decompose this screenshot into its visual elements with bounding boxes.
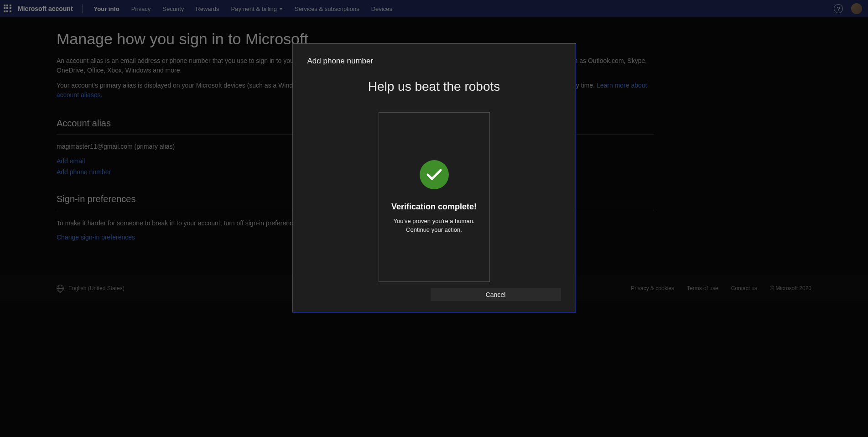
check-circle-icon xyxy=(420,160,449,189)
globe-icon xyxy=(57,285,64,292)
cancel-button[interactable]: Cancel xyxy=(431,288,561,301)
nav-services[interactable]: Services & subscriptions xyxy=(289,5,365,12)
brand-logo[interactable]: Microsoft account xyxy=(18,5,73,12)
verification-text: You've proven you're a human. Continue y… xyxy=(394,217,475,234)
nav-divider xyxy=(82,4,83,13)
footer-right: Privacy & cookies Terms of use Contact u… xyxy=(631,285,811,291)
chevron-down-icon xyxy=(279,8,283,10)
modal-title: Add phone number xyxy=(307,57,561,66)
nav-payment-billing-label: Payment & billing xyxy=(231,5,277,12)
header-bar: Microsoft account Your info Privacy Secu… xyxy=(0,0,868,17)
nav-privacy[interactable]: Privacy xyxy=(125,5,157,12)
footer-copyright: © Microsoft 2020 xyxy=(770,285,811,291)
check-icon xyxy=(426,168,442,181)
header-right: ? xyxy=(834,3,864,14)
avatar[interactable] xyxy=(851,3,862,14)
add-phone-modal: Add phone number Help us beat the robots… xyxy=(292,43,576,312)
footer-contact[interactable]: Contact us xyxy=(731,285,757,291)
captcha-box: Verification complete! You've proven you… xyxy=(379,112,490,282)
footer-left: English (United States) xyxy=(57,285,125,292)
app-launcher-icon[interactable] xyxy=(4,5,12,13)
nav-your-info[interactable]: Your info xyxy=(88,5,125,12)
footer-privacy[interactable]: Privacy & cookies xyxy=(631,285,674,291)
nav-devices[interactable]: Devices xyxy=(365,5,398,12)
footer-terms[interactable]: Terms of use xyxy=(687,285,718,291)
verification-title: Verification complete! xyxy=(391,202,477,212)
footer-language[interactable]: English (United States) xyxy=(68,285,125,291)
nav-security[interactable]: Security xyxy=(156,5,190,12)
captcha-title: Help us beat the robots xyxy=(307,79,561,94)
verification-line2: Continue your action. xyxy=(406,226,462,233)
verification-line1: You've proven you're a human. xyxy=(394,218,475,224)
nav-payment-billing[interactable]: Payment & billing xyxy=(225,5,289,12)
modal-footer: Cancel xyxy=(307,288,561,301)
nav-rewards[interactable]: Rewards xyxy=(190,5,225,12)
help-icon[interactable]: ? xyxy=(834,4,843,13)
